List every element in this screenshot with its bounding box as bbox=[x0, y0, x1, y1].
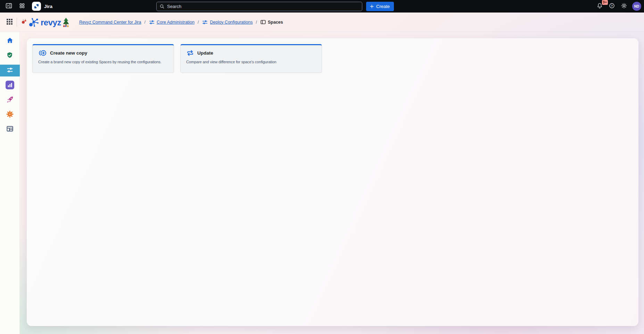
revyz-logo[interactable]: revyz bbox=[20, 17, 70, 27]
notification-count-badge: 9+ bbox=[602, 0, 608, 5]
card-title: Update bbox=[197, 50, 213, 56]
notifications-button[interactable]: 9+ bbox=[594, 1, 605, 11]
card-description: Compare and view difference for space's … bbox=[186, 60, 316, 64]
gear-icon bbox=[6, 110, 14, 119]
sidebar-item-home[interactable] bbox=[4, 35, 15, 47]
sidebar bbox=[0, 32, 20, 334]
rocket-icon bbox=[6, 96, 14, 105]
jira-home-link[interactable]: Jira bbox=[32, 2, 52, 11]
breadcrumb-separator: / bbox=[144, 20, 145, 25]
create-button[interactable]: Create bbox=[366, 2, 394, 11]
app-title: Jira bbox=[44, 4, 52, 9]
breadcrumb-item-core-administration: Core Administration bbox=[149, 19, 195, 25]
shield-check-icon bbox=[6, 51, 14, 60]
sliders-icon bbox=[149, 19, 155, 25]
sliders-icon bbox=[6, 66, 14, 75]
table-icon bbox=[6, 125, 14, 134]
action-cards-row: Create new copy Create a brand new copy … bbox=[32, 44, 633, 73]
bar-chart-icon bbox=[6, 81, 14, 90]
breadcrumb-link[interactable]: Revyz Command Center for Jira bbox=[79, 20, 141, 25]
app-root: Jira Create bbox=[0, 0, 644, 334]
jira-logo-icon bbox=[32, 2, 41, 11]
breadcrumb-item-deploy-configurations: Deploy Configurations bbox=[202, 19, 253, 25]
topbar-left-group: Jira bbox=[0, 1, 52, 11]
breadcrumb-item-revyz-command-center: Revyz Command Center for Jira bbox=[79, 20, 141, 25]
copy-plus-icon bbox=[38, 49, 47, 57]
sidebar-item-data-table[interactable] bbox=[4, 124, 15, 135]
breadcrumb-separator: / bbox=[198, 20, 199, 25]
grid-2x2-icon bbox=[19, 2, 25, 10]
search-input[interactable] bbox=[167, 4, 359, 9]
christmas-tree-icon bbox=[62, 17, 70, 27]
breadcrumb-link[interactable]: Core Administration bbox=[157, 20, 195, 25]
breadcrumb-current-label: Spaces bbox=[268, 20, 283, 25]
board-icon bbox=[260, 19, 266, 25]
sidebar-item-analytics[interactable] bbox=[4, 80, 15, 91]
create-button-label: Create bbox=[376, 4, 390, 9]
gear-icon bbox=[621, 2, 627, 10]
plus-icon bbox=[369, 4, 374, 9]
main-panel: Create new copy Create a brand new copy … bbox=[27, 38, 638, 326]
topbar-right-group: 9+ ? ND bbox=[594, 0, 641, 13]
card-description: Create a brand new copy of existing Spac… bbox=[38, 60, 168, 64]
grid-3x3-icon bbox=[6, 18, 14, 27]
panel-expand-icon bbox=[5, 2, 13, 10]
ornaments-icon bbox=[20, 18, 27, 27]
user-avatar[interactable]: ND bbox=[632, 2, 641, 11]
breadcrumb-link[interactable]: Deploy Configurations bbox=[210, 20, 253, 25]
apps-grid-button[interactable] bbox=[4, 17, 15, 27]
help-button[interactable]: ? bbox=[606, 1, 617, 11]
header-divider bbox=[17, 18, 17, 27]
card-title: Create new copy bbox=[50, 50, 87, 56]
home-icon bbox=[6, 36, 14, 46]
settings-button[interactable] bbox=[619, 1, 629, 11]
breadcrumb-separator: / bbox=[256, 20, 257, 25]
revyz-logo-text: revyz bbox=[41, 18, 61, 27]
app-switcher-button[interactable] bbox=[17, 1, 27, 11]
card-title-row: Update bbox=[186, 49, 316, 57]
sidebar-item-security[interactable] bbox=[4, 50, 15, 61]
sidebar-item-deploy-configurations[interactable] bbox=[0, 65, 20, 76]
question-circle-icon: ? bbox=[609, 2, 615, 10]
context-header: revyz Revyz Command Center for Jira / bbox=[0, 13, 644, 32]
sliders-icon bbox=[202, 19, 208, 25]
search-icon bbox=[159, 4, 165, 9]
breadcrumb: Revyz Command Center for Jira / Core Adm… bbox=[79, 19, 283, 25]
card-create-new-copy[interactable]: Create new copy Create a brand new copy … bbox=[32, 44, 174, 73]
search-box[interactable] bbox=[156, 2, 362, 11]
sidebar-item-settings[interactable] bbox=[4, 109, 15, 120]
breadcrumb-item-spaces-current: Spaces bbox=[260, 19, 283, 25]
sidebar-item-launch[interactable] bbox=[4, 95, 15, 106]
sidebar-toggle-button[interactable] bbox=[3, 1, 14, 11]
card-title-row: Create new copy bbox=[38, 49, 168, 57]
swap-arrows-icon bbox=[186, 49, 194, 57]
svg-text:?: ? bbox=[611, 4, 612, 8]
topbar: Jira Create bbox=[0, 0, 644, 13]
molecule-icon bbox=[28, 17, 40, 27]
card-update[interactable]: Update Compare and view difference for s… bbox=[180, 44, 322, 73]
